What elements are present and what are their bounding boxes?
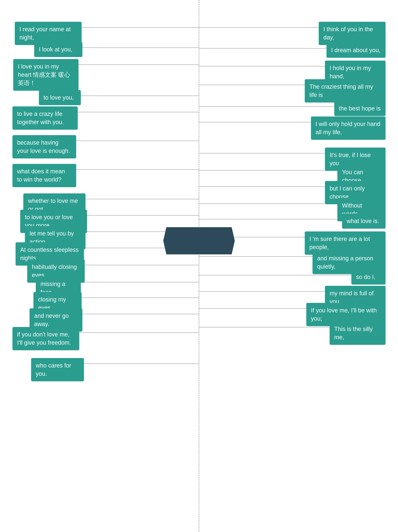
left-connector-l6	[76, 140, 199, 141]
right-node-r4: The craziest thing all my life is	[305, 79, 385, 102]
right-connector-r5	[199, 106, 334, 107]
right-node-r17: This is the silly me,	[330, 322, 385, 345]
right-connector-r8	[199, 170, 337, 171]
right-connector-r2	[199, 48, 326, 49]
left-connector-l16	[79, 332, 199, 333]
left-node-l7: what does it mean to win the world?	[13, 164, 76, 187]
right-connector-r7	[199, 153, 325, 153]
right-node-r5: the best hope is	[334, 101, 385, 116]
left-node-l17: who cares for you.	[31, 358, 84, 381]
left-node-l2: I look at you,	[34, 42, 82, 57]
right-connector-r10	[199, 203, 337, 204]
left-node-l16: if you don't love me, I'll give you free…	[13, 327, 79, 350]
right-connector-r13	[199, 256, 313, 257]
left-connector-l4	[81, 95, 199, 96]
left-connector-l12	[85, 265, 199, 265]
left-connector-l13	[81, 282, 199, 282]
left-node-l6: because having your love is enough.	[13, 135, 76, 158]
left-connector-l14	[82, 298, 199, 298]
right-connector-r3	[199, 66, 325, 66]
left-node-l3: I love you in my heart 情感文案 暖心英语！	[13, 59, 78, 91]
right-connector-r11	[199, 219, 342, 220]
right-node-r2: I dream about you,	[326, 43, 385, 58]
left-node-l4: to love you,	[39, 90, 81, 105]
right-connector-r15	[199, 291, 325, 292]
right-node-r6: I will only hold your hand all my life,	[311, 116, 385, 140]
center-node	[163, 227, 235, 254]
right-connector-r4	[199, 85, 305, 85]
right-connector-r6	[199, 122, 311, 122]
right-connector-r16	[199, 308, 306, 309]
left-node-l1: I read your name at night,	[15, 22, 82, 45]
left-connector-l1	[82, 27, 199, 28]
left-connector-l15	[82, 314, 199, 314]
left-connector-l2	[82, 47, 199, 48]
left-connector-l17	[84, 363, 199, 364]
right-node-r11: what love is.	[342, 214, 385, 229]
left-connector-l7	[76, 169, 199, 170]
right-connector-r14	[199, 275, 351, 275]
left-connector-l9	[87, 215, 199, 215]
right-node-r1: I think of you in the day,	[319, 22, 385, 45]
left-connector-l5	[78, 112, 199, 112]
right-connector-r9	[199, 186, 325, 187]
right-node-r14: so do I,	[351, 270, 385, 285]
right-connector-r17	[199, 327, 330, 327]
right-connector-r1	[199, 27, 319, 28]
left-node-l5: to live a crazy life together with you.	[13, 106, 78, 130]
center-dashed-line	[199, 0, 199, 532]
left-connector-l3	[78, 64, 199, 65]
left-connector-l8	[85, 199, 199, 199]
